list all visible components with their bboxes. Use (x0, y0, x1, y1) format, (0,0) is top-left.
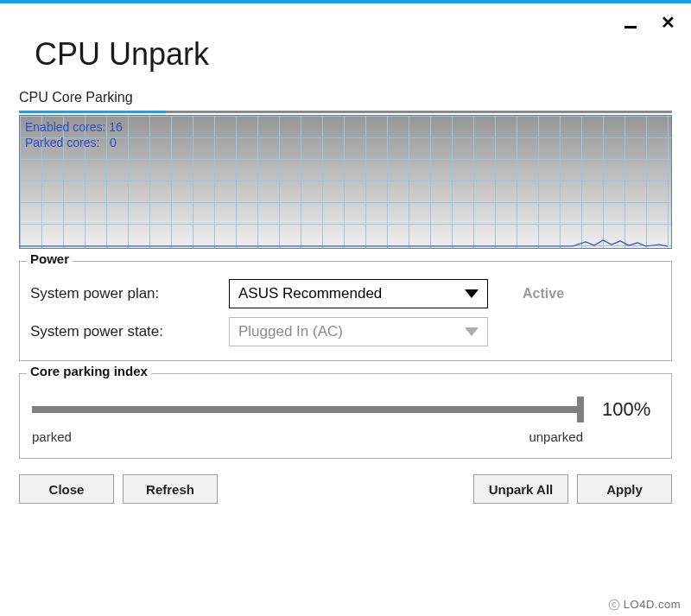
power-plan-select[interactable]: ASUS Recommended (229, 279, 488, 308)
core-parking-index-title: Core parking index (27, 364, 151, 378)
copyright-icon (608, 599, 620, 611)
chevron-down-icon (465, 289, 479, 298)
power-plan-row: System power plan: ASUS Recommended Acti… (30, 279, 661, 308)
power-group: Power System power plan: ASUS Recommende… (19, 261, 672, 361)
power-group-title: Power (27, 251, 73, 266)
power-state-value: Plugged In (AC) (238, 323, 343, 340)
close-button[interactable]: Close (19, 474, 114, 504)
cpu-parking-section-label: CPU Core Parking (19, 90, 672, 105)
watermark: LO4D.com (608, 598, 681, 611)
button-row: Close Refresh Unpark All Apply (19, 474, 672, 504)
chevron-down-icon (465, 327, 479, 336)
enabled-cores-label: Enabled cores: (25, 120, 105, 134)
content-area: CPU Core Parking Enabled cores: 16 Parke… (0, 90, 691, 504)
refresh-button[interactable]: Refresh (123, 474, 218, 504)
unpark-all-button[interactable]: Unpark All (473, 474, 568, 504)
parking-slider-value: 100% (602, 398, 659, 421)
power-plan-label: System power plan: (30, 285, 229, 302)
parked-cores-label: Parked cores: (25, 136, 99, 149)
cpu-activity-chart: Enabled cores: 16 Parked cores: 0 (19, 115, 672, 249)
tab-indicator (19, 111, 672, 113)
core-parking-index-group: Core parking index 100% parked unparked (19, 373, 672, 459)
slider-left-label: parked (32, 429, 72, 444)
chart-overlay-text: Enabled cores: 16 Parked cores: 0 (25, 119, 123, 150)
minimize-button[interactable] (619, 12, 642, 33)
spacer (226, 474, 465, 504)
svg-point-0 (609, 600, 619, 610)
close-window-button[interactable]: ✕ (656, 12, 681, 33)
parked-cores-value: 0 (110, 136, 117, 149)
app-window: ✕ CPU Unpark CPU Core Parking Enabled co… (0, 0, 691, 616)
active-badge: Active (523, 286, 564, 302)
power-state-select: Plugged In (AC) (229, 317, 488, 346)
apply-button[interactable]: Apply (577, 474, 672, 504)
power-state-row: System power state: Plugged In (AC) (30, 317, 661, 346)
parking-slider-row: 100% (30, 386, 661, 426)
power-plan-value: ASUS Recommended (238, 285, 382, 302)
parking-slider[interactable] (32, 406, 581, 413)
slider-thumb[interactable] (577, 397, 584, 422)
enabled-cores-value: 16 (109, 120, 123, 134)
slider-right-label: unparked (529, 429, 583, 444)
power-state-label: System power state: (30, 323, 229, 340)
watermark-text: LO4D.com (624, 598, 681, 611)
activity-sparkline-icon (20, 237, 668, 247)
slider-end-labels: parked unparked (30, 426, 661, 446)
app-title: CPU Unpark (0, 36, 691, 90)
minimize-icon (624, 16, 637, 29)
